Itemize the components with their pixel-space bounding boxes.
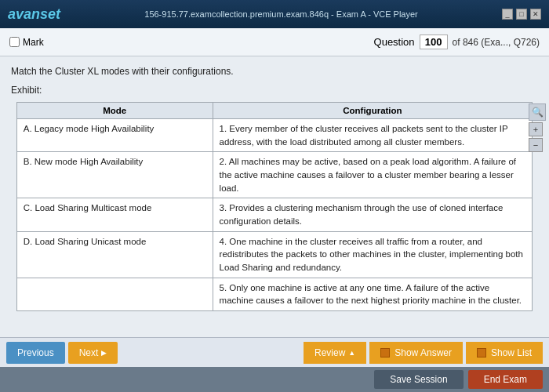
- config-cell: 1. Every member of the cluster receives …: [213, 119, 533, 152]
- maximize-button[interactable]: □: [516, 9, 527, 20]
- save-session-button[interactable]: Save Session: [374, 370, 463, 389]
- table-row: D. Load Sharing Unicast mode4. One machi…: [16, 231, 533, 278]
- mark-section: Mark: [9, 37, 44, 48]
- col1-header: Mode: [16, 103, 213, 119]
- question-header: Mark Question 100 of 846 (Exa..., Q726): [0, 28, 549, 56]
- mode-cell: [16, 278, 213, 310]
- zoom-in-button[interactable]: +: [529, 122, 543, 136]
- previous-button[interactable]: Previous: [6, 342, 65, 364]
- table-row: B. New mode High Availability2. All mach…: [16, 152, 533, 198]
- question-info: Question 100 of 846 (Exa..., Q726): [374, 34, 540, 49]
- scroll-controls: 🔍 + −: [529, 103, 546, 152]
- review-button[interactable]: Review: [304, 342, 366, 364]
- action-bar: Save Session End Exam: [0, 367, 549, 392]
- config-cell: 5. Only one machine is active at any one…: [213, 278, 533, 310]
- answer-area: [0, 321, 549, 337]
- bottom-toolbar: Previous Next Review Show Answer Show Li…: [0, 337, 549, 367]
- window-title: 156-915.77.examcollection.premium.exam.8…: [60, 9, 502, 19]
- show-list-button[interactable]: Show List: [466, 342, 543, 364]
- mode-cell: C. Load Sharing Multicast mode: [16, 198, 213, 231]
- search-button[interactable]: 🔍: [529, 103, 546, 121]
- title-bar: avanset 156-915.77.examcollection.premiu…: [0, 0, 549, 28]
- show-answer-label: Show Answer: [394, 347, 452, 358]
- match-table: Mode Configuration A. Legacy mode High A…: [16, 102, 533, 311]
- answer-placeholder: [11, 325, 13, 334]
- table-row: 5. Only one machine is active at any one…: [16, 278, 533, 310]
- end-exam-button[interactable]: End Exam: [468, 370, 543, 389]
- close-button[interactable]: ✕: [530, 9, 541, 20]
- content-area: Match the Cluster XL modes with their co…: [0, 56, 549, 321]
- main-container: Mark Question 100 of 846 (Exa..., Q726) …: [0, 28, 549, 392]
- table-row: A. Legacy mode High Availability1. Every…: [16, 119, 533, 152]
- show-answer-icon: [380, 348, 390, 358]
- minimize-button[interactable]: _: [502, 9, 513, 20]
- col2-header: Configuration: [213, 103, 533, 119]
- config-cell: 4. One machine in the cluster receives a…: [213, 231, 533, 278]
- mode-cell: D. Load Sharing Unicast mode: [16, 231, 213, 278]
- question-instructions: Match the Cluster XL modes with their co…: [11, 64, 538, 78]
- question-label: Question: [374, 36, 415, 48]
- config-cell: 2. All machines may be active, based on …: [213, 152, 533, 198]
- mark-label: Mark: [23, 37, 44, 48]
- mode-cell: A. Legacy mode High Availability: [16, 119, 213, 152]
- table-row: C. Load Sharing Multicast mode3. Provide…: [16, 198, 533, 231]
- show-answer-button[interactable]: Show Answer: [369, 342, 463, 364]
- app-logo: avanset: [8, 6, 60, 23]
- exhibit-label: Exhibit:: [11, 83, 538, 97]
- show-list-label: Show List: [491, 347, 532, 358]
- mark-checkbox[interactable]: [9, 37, 20, 47]
- question-of: of 846 (Exa..., Q726): [453, 37, 540, 48]
- mode-cell: B. New mode High Availability: [16, 152, 213, 198]
- window-controls: _ □ ✕: [502, 9, 541, 20]
- config-cell: 3. Provides a clustering mechanism throu…: [213, 198, 533, 231]
- zoom-out-button[interactable]: −: [529, 138, 543, 152]
- question-number: 100: [420, 34, 448, 49]
- next-button[interactable]: Next: [68, 342, 118, 364]
- show-list-icon: [477, 348, 486, 358]
